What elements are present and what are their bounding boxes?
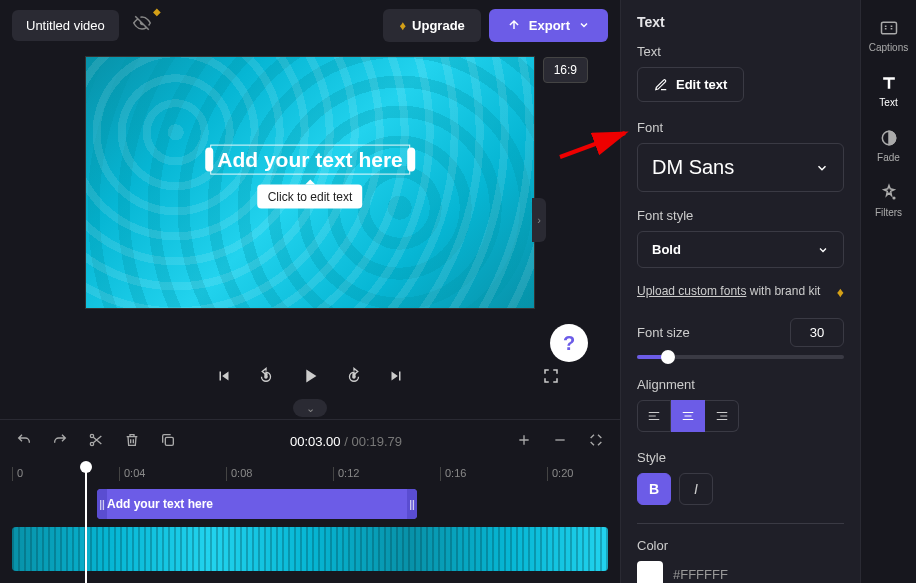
- color-row: #FFFFFF: [637, 561, 844, 583]
- svg-point-9: [893, 197, 895, 199]
- help-button[interactable]: ?: [550, 324, 588, 362]
- font-section-label: Font: [637, 120, 844, 135]
- color-label: Color: [637, 538, 844, 553]
- style-label: Style: [637, 450, 844, 465]
- edit-tooltip: Click to edit text: [258, 184, 363, 208]
- properties-panel: Text Text Edit text Font DM Sans Font st…: [620, 0, 860, 583]
- rail-text-button[interactable]: Text: [865, 65, 913, 116]
- svg-point-4: [90, 434, 93, 437]
- alignment-label: Alignment: [637, 377, 844, 392]
- rail-captions-button[interactable]: Captions: [865, 10, 913, 61]
- font-size-input[interactable]: [790, 318, 844, 347]
- svg-rect-7: [881, 22, 896, 34]
- svg-point-5: [90, 442, 93, 445]
- crown-icon: ♦: [837, 284, 844, 300]
- text-icon: [879, 73, 899, 93]
- chevron-down-icon: [815, 161, 829, 175]
- top-bar: Untitled video ◆ ♦ Upgrade Export: [0, 0, 620, 50]
- svg-line-1: [560, 133, 625, 157]
- zoom-out-button[interactable]: [548, 428, 572, 455]
- upload-icon: [507, 18, 521, 32]
- timecode-display: 00:03.00 / 00:19.79: [290, 434, 402, 449]
- text-section-label: Text: [637, 44, 844, 59]
- fullscreen-button[interactable]: [542, 367, 560, 385]
- rewind-5-button[interactable]: 5: [257, 367, 275, 385]
- svg-rect-6: [165, 437, 173, 445]
- color-swatch[interactable]: [637, 561, 663, 583]
- chevron-down-icon: [817, 244, 829, 256]
- font-select[interactable]: DM Sans: [637, 143, 844, 192]
- export-button[interactable]: Export: [489, 9, 608, 42]
- text-overlay-box[interactable]: Add your text here: [210, 144, 410, 174]
- play-button[interactable]: [299, 365, 321, 387]
- clip-handle-right[interactable]: ||: [407, 489, 417, 519]
- font-value: DM Sans: [652, 156, 734, 179]
- eye-off-icon: [133, 14, 151, 32]
- text-clip[interactable]: || Add your text here ||: [97, 489, 417, 519]
- video-clip[interactable]: [12, 527, 608, 571]
- export-label: Export: [529, 18, 570, 33]
- resize-handle-left[interactable]: [205, 147, 213, 171]
- font-style-select[interactable]: Bold: [637, 231, 844, 268]
- chevron-down-icon: [578, 19, 590, 31]
- captions-icon: [879, 18, 899, 38]
- rail-fade-button[interactable]: Fade: [865, 120, 913, 171]
- clip-label: Add your text here: [107, 497, 213, 511]
- upload-fonts-link[interactable]: Upload custom fonts: [637, 284, 746, 298]
- playback-controls: 5 5: [0, 351, 620, 397]
- expand-panel-tab[interactable]: ›: [532, 198, 546, 242]
- duplicate-button[interactable]: [156, 428, 180, 455]
- clip-handle-left[interactable]: ||: [97, 489, 107, 519]
- font-style-section-label: Font style: [637, 208, 844, 223]
- panel-title: Text: [637, 14, 844, 30]
- visibility-toggle[interactable]: ◆: [127, 8, 157, 42]
- upgrade-label: Upgrade: [412, 18, 465, 33]
- zoom-in-button[interactable]: [512, 428, 536, 455]
- skip-start-button[interactable]: [215, 367, 233, 385]
- undo-button[interactable]: [12, 428, 36, 455]
- alignment-group: [637, 400, 844, 432]
- overlay-text: Add your text here: [217, 147, 403, 170]
- svg-text:5: 5: [353, 374, 356, 379]
- font-size-slider[interactable]: [637, 355, 844, 359]
- edit-text-button[interactable]: Edit text: [637, 67, 744, 102]
- forward-5-button[interactable]: 5: [345, 367, 363, 385]
- aspect-ratio-button[interactable]: 16:9: [543, 57, 588, 83]
- crown-icon: ◆: [153, 6, 161, 17]
- font-style-value: Bold: [652, 242, 681, 257]
- timeline[interactable]: 0 0:04 0:08 0:12 0:16 0:20 || Add your t…: [0, 463, 620, 583]
- edit-icon: [654, 78, 668, 92]
- align-center-button[interactable]: [671, 400, 705, 432]
- align-left-button[interactable]: [637, 400, 671, 432]
- resize-handle-right[interactable]: [407, 147, 415, 171]
- timeline-ruler[interactable]: 0 0:04 0:08 0:12 0:16 0:20: [12, 463, 608, 489]
- upgrade-button[interactable]: ♦ Upgrade: [383, 9, 480, 42]
- slider-thumb[interactable]: [661, 350, 675, 364]
- italic-button[interactable]: I: [679, 473, 713, 505]
- tool-rail: Captions Text Fade Filters: [860, 0, 916, 583]
- font-size-label: Font size: [637, 325, 690, 340]
- video-title-button[interactable]: Untitled video: [12, 10, 119, 41]
- skip-end-button[interactable]: [387, 367, 405, 385]
- filters-icon: [879, 183, 899, 203]
- delete-button[interactable]: [120, 428, 144, 455]
- edit-text-label: Edit text: [676, 77, 727, 92]
- fade-icon: [879, 128, 899, 148]
- rail-filters-button[interactable]: Filters: [865, 175, 913, 226]
- crown-icon: ♦: [399, 18, 406, 33]
- color-hex: #FFFFFF: [673, 567, 728, 582]
- upload-fonts-link-row: Upload custom fonts with brand kit ♦: [637, 284, 844, 300]
- video-preview[interactable]: 16:9 Add your text here Click to edit te…: [85, 56, 535, 309]
- timeline-toolbar: 00:03.00 / 00:19.79: [0, 419, 620, 463]
- fit-button[interactable]: [584, 428, 608, 455]
- playhead[interactable]: [85, 463, 87, 583]
- split-button[interactable]: [84, 428, 108, 455]
- align-right-button[interactable]: [705, 400, 739, 432]
- svg-text:5: 5: [265, 374, 268, 379]
- style-group: B I: [637, 473, 844, 505]
- collapse-timeline-button[interactable]: ⌄: [293, 399, 327, 417]
- redo-button[interactable]: [48, 428, 72, 455]
